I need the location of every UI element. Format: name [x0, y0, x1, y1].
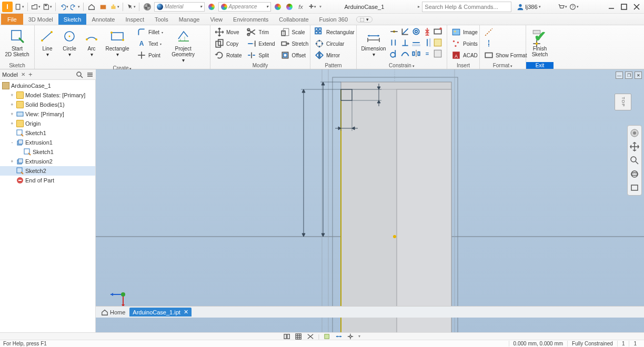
- exit-sketch-button[interactable]: Exit: [526, 62, 554, 69]
- rectangle-button[interactable]: Rectangle▾: [103, 27, 132, 57]
- scale-button[interactable]: Scale: [278, 27, 311, 37]
- tab-inspect[interactable]: Inspect: [120, 14, 149, 25]
- snap-to-grid-icon[interactable]: [347, 333, 354, 340]
- constraint-coincident-icon[interactable]: [389, 27, 399, 36]
- save-button[interactable]: [43, 2, 52, 12]
- maximize-button[interactable]: [619, 2, 629, 12]
- insert-points-button[interactable]: Points: [449, 38, 480, 49]
- show-format-button[interactable]: Show Format: [482, 50, 529, 60]
- browser-close-button[interactable]: ✕: [21, 72, 25, 77]
- move-button[interactable]: Move: [213, 27, 244, 37]
- show-all-constraints-icon[interactable]: [324, 333, 331, 340]
- help-button[interactable]: ?: [569, 2, 579, 12]
- tree-row[interactable]: +Origin: [0, 119, 95, 128]
- insert-image-button[interactable]: Image: [449, 27, 480, 37]
- rotate-button[interactable]: Rotate: [213, 50, 244, 60]
- tree-row[interactable]: +Extrusion2: [0, 157, 95, 166]
- search-icon[interactable]: [76, 71, 83, 78]
- home-button[interactable]: [87, 2, 96, 12]
- auto-dimension-icon[interactable]: [433, 27, 442, 36]
- constraint-symmetric-icon[interactable]: [411, 49, 421, 58]
- slice-graphics-icon[interactable]: [307, 333, 314, 340]
- tab-file[interactable]: File: [1, 14, 23, 25]
- tree-root[interactable]: ArduinoCase_1: [0, 81, 95, 90]
- constraint-equal-icon[interactable]: =: [422, 49, 432, 58]
- color1-button[interactable]: [273, 2, 283, 12]
- redo-button[interactable]: [71, 2, 80, 12]
- arc-button[interactable]: Arc▾: [81, 27, 102, 57]
- tree-row[interactable]: Sketch2: [0, 166, 95, 176]
- centerline-button[interactable]: [482, 38, 529, 49]
- appearance-palette-icon[interactable]: [207, 2, 216, 12]
- line-button[interactable]: Line▾: [37, 27, 58, 57]
- constraint-perpendicular-icon[interactable]: [400, 38, 410, 47]
- extend-button[interactable]: Extend: [245, 38, 277, 49]
- text-button[interactable]: AText: [135, 38, 165, 49]
- open-file-button[interactable]: [31, 2, 41, 12]
- split-button[interactable]: Split: [245, 50, 277, 60]
- stretch-button[interactable]: Stretch: [278, 38, 311, 49]
- rectangular-pattern-button[interactable]: Rectangular: [313, 27, 357, 37]
- minimize-button[interactable]: [606, 2, 617, 12]
- new-file-button[interactable]: [15, 2, 24, 12]
- constraint-concentric-icon[interactable]: [411, 27, 421, 36]
- tree-row[interactable]: -Extrusion1: [0, 138, 95, 147]
- constraint-tangent-icon[interactable]: [389, 49, 399, 58]
- plus-button[interactable]: ✚: [308, 2, 317, 12]
- snap-icon[interactable]: [284, 333, 291, 340]
- constraint-vertical-icon[interactable]: [422, 38, 432, 47]
- finish-sketch-button[interactable]: ✔ FinishSketch: [528, 27, 551, 57]
- ribbon-toggle-button[interactable]: ⬚ ▾: [356, 16, 373, 23]
- browser-menu-icon[interactable]: [86, 71, 94, 78]
- tree-row[interactable]: Sketch1: [0, 128, 95, 138]
- select-button[interactable]: [126, 2, 136, 12]
- tab-collaborate[interactable]: Collaborate: [274, 14, 314, 25]
- constraint-fix-icon[interactable]: [422, 27, 432, 36]
- document-tab[interactable]: ArduinoCase_1.ipt ✕: [129, 308, 192, 317]
- cart-button[interactable]: [558, 2, 567, 12]
- home-tab[interactable]: Home: [98, 309, 128, 316]
- tree-row[interactable]: +Solid Bodies(1): [0, 100, 95, 109]
- undo-button[interactable]: [59, 2, 68, 12]
- constraint-parallel-icon[interactable]: [389, 38, 399, 47]
- copy-button[interactable]: Copy: [213, 38, 244, 49]
- start-2d-sketch-button[interactable]: Start2D Sketch: [2, 27, 32, 57]
- insert-acad-button[interactable]: AACAD: [449, 50, 480, 60]
- constraint-collinear-icon[interactable]: [400, 27, 410, 36]
- circular-pattern-button[interactable]: Circular: [313, 38, 357, 49]
- tree-row[interactable]: +Model States: [Primary]: [0, 90, 95, 100]
- tab-sketch[interactable]: Sketch: [58, 14, 87, 25]
- offset-button[interactable]: Offset: [278, 50, 311, 60]
- material-globe-icon[interactable]: [143, 2, 152, 12]
- tab-annotate[interactable]: Annotate: [86, 14, 120, 25]
- search-input[interactable]: Search Help & Commands...: [422, 2, 511, 12]
- appearance-selector[interactable]: Appearance ▾: [218, 2, 271, 12]
- tab-fusion360[interactable]: Fusion 360: [314, 14, 353, 25]
- tab-environments[interactable]: Environments: [228, 14, 274, 25]
- team-web-button[interactable]: [98, 2, 108, 12]
- group-label-constrain[interactable]: Constrain: [357, 62, 447, 69]
- show-constraints-icon[interactable]: [433, 38, 442, 47]
- assemble-button[interactable]: [110, 2, 119, 12]
- point-button[interactable]: Point: [135, 50, 165, 60]
- tab-tools[interactable]: Tools: [149, 14, 174, 25]
- tree-row[interactable]: Sketch1: [0, 147, 95, 157]
- canvas-viewport[interactable]: — ❐ ✕ TOP: [96, 69, 644, 332]
- dimension-button[interactable]: Dimension▾: [359, 27, 388, 57]
- tree-row[interactable]: End of Part: [0, 176, 95, 185]
- tree-row[interactable]: +View: [Primary]: [0, 109, 95, 119]
- trim-button[interactable]: Trim: [245, 27, 277, 37]
- close-tab-icon[interactable]: ✕: [184, 309, 188, 315]
- constraint-smooth-icon[interactable]: [400, 49, 410, 58]
- tab-view[interactable]: View: [205, 14, 228, 25]
- material-selector[interactable]: Material ▾: [154, 2, 205, 12]
- project-geometry-button[interactable]: ProjectGeometry▾: [168, 27, 198, 63]
- mirror-button[interactable]: Mirror: [313, 50, 357, 60]
- tab-manage[interactable]: Manage: [174, 14, 205, 25]
- close-window-button[interactable]: [631, 2, 642, 12]
- user-account-button[interactable]: lj386 ▾: [517, 3, 540, 11]
- browser-new-tab-button[interactable]: +: [28, 70, 33, 78]
- fillet-button[interactable]: Fillet: [135, 27, 165, 37]
- dimension-display-icon[interactable]: [335, 333, 343, 340]
- grid-icon[interactable]: [295, 333, 303, 340]
